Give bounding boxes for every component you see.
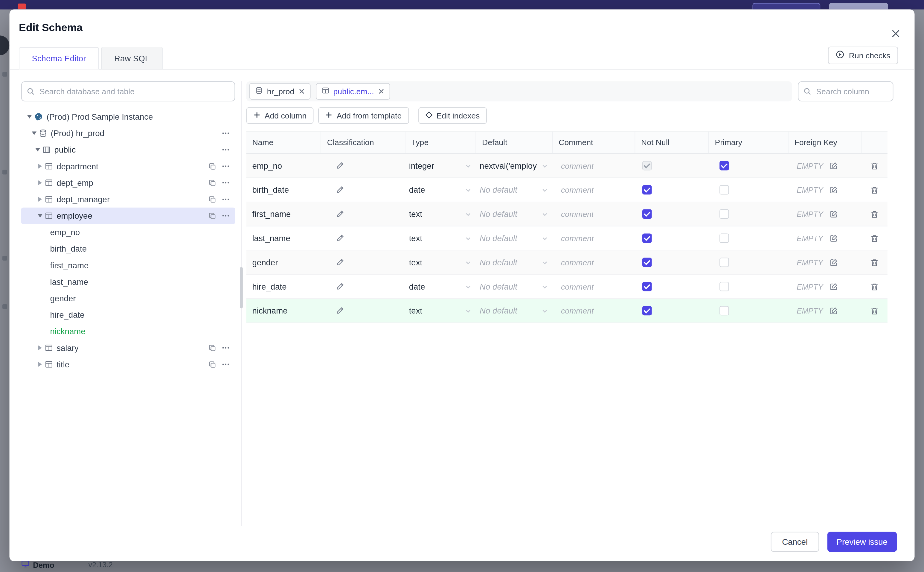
default-select[interactable]: No default bbox=[476, 178, 553, 202]
comment-input[interactable]: comment bbox=[553, 202, 635, 226]
ellipsis-icon[interactable] bbox=[221, 211, 231, 220]
tree-item-table-dept-emp[interactable]: dept_emp bbox=[21, 174, 235, 191]
primary-checkbox[interactable] bbox=[719, 282, 729, 291]
column-name-cell[interactable]: emp_no bbox=[247, 154, 321, 177]
copy-icon[interactable] bbox=[209, 212, 217, 219]
foreign-key-edit-icon[interactable] bbox=[829, 162, 838, 170]
classification-pencil-icon[interactable] bbox=[336, 186, 344, 194]
foreign-key-edit-icon[interactable] bbox=[829, 210, 838, 218]
tree-item-column-hire-date[interactable]: hire_date bbox=[21, 307, 235, 323]
copy-icon[interactable] bbox=[209, 344, 217, 352]
default-select[interactable]: No default bbox=[476, 202, 553, 226]
chevron-right-icon[interactable] bbox=[35, 345, 45, 350]
default-select[interactable]: No default bbox=[476, 275, 553, 298]
primary-checkbox[interactable] bbox=[719, 185, 729, 195]
type-select[interactable]: text bbox=[406, 299, 476, 322]
primary-checkbox[interactable] bbox=[719, 306, 729, 316]
tree-item-instance[interactable]: (Prod) Prod Sample Instance bbox=[21, 109, 235, 125]
primary-checkbox[interactable] bbox=[719, 210, 729, 219]
default-select[interactable]: No default bbox=[476, 299, 553, 322]
chevron-down-icon[interactable] bbox=[33, 148, 42, 152]
default-select[interactable]: nextval('employ bbox=[476, 154, 553, 177]
delete-column-icon[interactable] bbox=[870, 210, 879, 219]
classification-pencil-icon[interactable] bbox=[336, 234, 344, 242]
tree-item-column-emp-no[interactable]: emp_no bbox=[21, 224, 235, 241]
not-null-checkbox[interactable] bbox=[642, 161, 652, 171]
type-select[interactable]: date bbox=[406, 275, 476, 298]
classification-pencil-icon[interactable] bbox=[336, 283, 344, 291]
tree-item-table-dept-manager[interactable]: dept_manager bbox=[21, 191, 235, 207]
ellipsis-icon[interactable] bbox=[221, 360, 231, 368]
column-name-cell[interactable]: last_name bbox=[247, 227, 321, 250]
chevron-right-icon[interactable] bbox=[35, 362, 45, 367]
primary-checkbox[interactable] bbox=[719, 233, 729, 243]
not-null-checkbox[interactable] bbox=[642, 210, 652, 219]
tree-item-column-gender[interactable]: gender bbox=[21, 290, 235, 307]
comment-input[interactable]: comment bbox=[553, 299, 635, 322]
type-select[interactable]: date bbox=[406, 178, 476, 202]
close-icon[interactable] bbox=[298, 89, 304, 95]
tree-item-column-last-name[interactable]: last_name bbox=[21, 274, 235, 290]
close-icon[interactable] bbox=[378, 89, 384, 95]
classification-pencil-icon[interactable] bbox=[336, 210, 344, 218]
classification-pencil-icon[interactable] bbox=[336, 162, 344, 170]
tree-item-database[interactable]: (Prod) hr_prod bbox=[21, 125, 235, 141]
type-select[interactable]: text bbox=[406, 227, 476, 250]
delete-column-icon[interactable] bbox=[870, 282, 879, 291]
tree-item-table-department[interactable]: department bbox=[21, 158, 235, 174]
not-null-checkbox[interactable] bbox=[642, 306, 652, 316]
foreign-key-edit-icon[interactable] bbox=[829, 234, 838, 242]
column-search-input[interactable] bbox=[798, 81, 893, 101]
comment-input[interactable]: comment bbox=[553, 227, 635, 250]
column-name-cell[interactable]: hire_date bbox=[247, 275, 321, 298]
tab-chip-table[interactable]: public.em... bbox=[315, 83, 390, 99]
tree-item-table-employee[interactable]: employee bbox=[21, 208, 235, 224]
not-null-checkbox[interactable] bbox=[642, 233, 652, 243]
close-icon[interactable] bbox=[890, 28, 902, 39]
classification-pencil-icon[interactable] bbox=[336, 258, 344, 267]
not-null-checkbox[interactable] bbox=[642, 282, 652, 291]
edit-indexes-button[interactable]: Edit indexes bbox=[418, 107, 487, 124]
comment-input[interactable]: comment bbox=[553, 251, 635, 274]
tree-item-column-birth-date[interactable]: birth_date bbox=[21, 241, 235, 257]
primary-checkbox[interactable] bbox=[719, 161, 729, 171]
delete-column-icon[interactable] bbox=[870, 234, 879, 242]
column-name-cell[interactable]: birth_date bbox=[247, 178, 321, 202]
tree-item-column-first-name[interactable]: first_name bbox=[21, 257, 235, 274]
default-select[interactable]: No default bbox=[476, 227, 553, 250]
chevron-right-icon[interactable] bbox=[35, 164, 45, 169]
comment-input[interactable]: comment bbox=[553, 178, 635, 202]
copy-icon[interactable] bbox=[209, 195, 217, 203]
tree-search-input[interactable] bbox=[21, 81, 235, 101]
comment-input[interactable]: comment bbox=[553, 154, 635, 177]
type-select[interactable]: text bbox=[406, 202, 476, 226]
ellipsis-icon[interactable] bbox=[221, 344, 231, 352]
foreign-key-edit-icon[interactable] bbox=[829, 307, 838, 315]
delete-column-icon[interactable] bbox=[870, 306, 879, 315]
primary-checkbox[interactable] bbox=[719, 258, 729, 267]
ellipsis-icon[interactable] bbox=[221, 146, 231, 154]
delete-column-icon[interactable] bbox=[870, 185, 879, 194]
copy-icon[interactable] bbox=[209, 361, 217, 368]
tree-item-table-title[interactable]: title bbox=[21, 356, 235, 373]
add-column-button[interactable]: Add column bbox=[247, 107, 314, 124]
chevron-down-icon[interactable] bbox=[29, 131, 39, 135]
column-name-cell[interactable]: first_name bbox=[247, 202, 321, 226]
not-null-checkbox[interactable] bbox=[642, 258, 652, 267]
tab-schema-editor[interactable]: Schema Editor bbox=[19, 47, 99, 70]
comment-input[interactable]: comment bbox=[553, 275, 635, 298]
ellipsis-icon[interactable] bbox=[221, 129, 231, 138]
foreign-key-edit-icon[interactable] bbox=[829, 186, 838, 194]
copy-icon[interactable] bbox=[209, 162, 217, 170]
ellipsis-icon[interactable] bbox=[221, 162, 231, 171]
run-checks-button[interactable]: Run checks bbox=[828, 47, 898, 64]
chevron-down-icon[interactable] bbox=[25, 115, 34, 118]
copy-icon[interactable] bbox=[209, 179, 217, 187]
not-null-checkbox[interactable] bbox=[642, 185, 652, 195]
classification-pencil-icon[interactable] bbox=[336, 307, 344, 315]
foreign-key-edit-icon[interactable] bbox=[829, 283, 838, 291]
foreign-key-edit-icon[interactable] bbox=[829, 258, 838, 267]
tree-item-column-nickname[interactable]: nickname bbox=[21, 323, 235, 340]
tree-item-table-salary[interactable]: salary bbox=[21, 340, 235, 356]
tab-chip-database[interactable]: hr_prod bbox=[250, 83, 310, 99]
